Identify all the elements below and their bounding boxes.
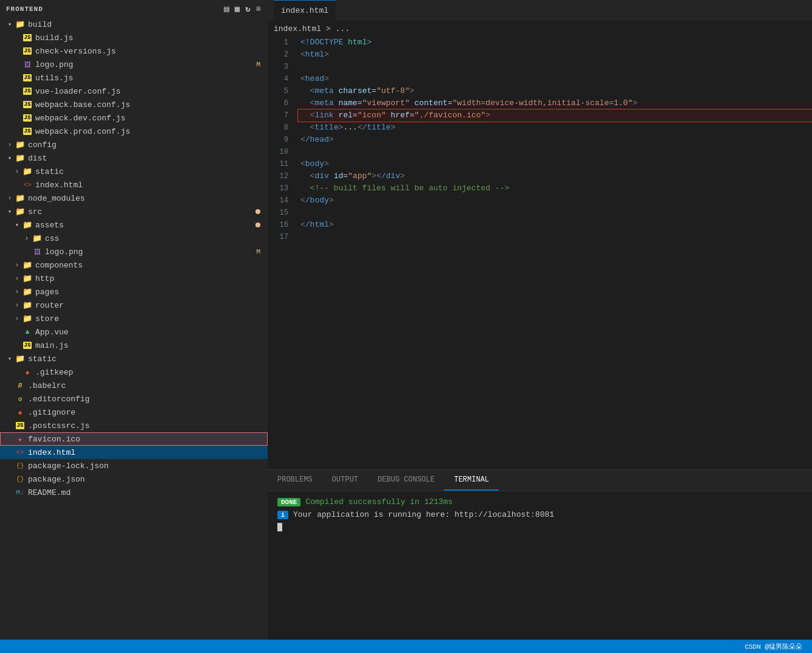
badge-info: i <box>277 511 288 519</box>
folder-open-icon: 📁 <box>15 153 26 163</box>
tree-item-App.vue[interactable]: ▲App.vue <box>0 325 268 339</box>
line-content: </html> <box>298 219 812 231</box>
tree-item-label: store <box>35 314 59 323</box>
line-number: 2 <box>268 49 298 61</box>
tree-item-main.js[interactable]: JSmain.js <box>0 339 268 352</box>
panel-tab-problems[interactable]: PROBLEMS <box>268 470 322 491</box>
tree-item-label: pages <box>35 288 59 297</box>
tree-item-README.md[interactable]: M↓README.md <box>0 486 268 499</box>
line-content: <head> <box>298 73 812 85</box>
tree-item-.babelrc[interactable]: B.babelrc <box>0 379 268 392</box>
tree-item-vue-loader.conf.js[interactable]: JSvue-loader.conf.js <box>0 85 268 98</box>
tree-item-label: package.json <box>28 475 85 484</box>
tree-item-dist[interactable]: ▾📁dist <box>0 151 268 165</box>
tree-item-.postcssrc.js[interactable]: JS.postcssrc.js <box>0 419 268 432</box>
code-line-13: 13 <!-- built files will be auto injecte… <box>268 182 812 195</box>
tree-item-label: config <box>28 140 57 150</box>
tree-item-static-dist[interactable]: ›📁static <box>0 165 268 178</box>
tree-item-package.json[interactable]: {}package.json <box>0 472 268 486</box>
tree-item-assets[interactable]: ▾📁assets <box>0 218 268 232</box>
tree-item-src[interactable]: ▾📁src <box>0 205 268 218</box>
tree-item-index.html-dist[interactable]: <>index.html <box>0 178 268 192</box>
tree-item-label: main.js <box>35 341 69 350</box>
code-line-11: 11<body> <box>268 158 812 170</box>
line-number: 3 <box>268 61 298 73</box>
badge-modified: M <box>256 61 260 68</box>
code-line-14: 14</body> <box>268 195 812 207</box>
js-icon: JS <box>22 88 33 95</box>
code-line-15: 15 <box>268 207 812 219</box>
new-folder-icon[interactable]: ▦ <box>235 4 240 14</box>
line-content: <!DOCTYPE html> <box>298 36 812 49</box>
chevron-icon: ▾ <box>5 208 15 215</box>
tree-item-http[interactable]: ›📁http <box>0 272 268 285</box>
panel-tab-output[interactable]: OUTPUT <box>322 470 368 491</box>
code-line-4: 4<head> <box>268 73 812 85</box>
tree-item-label: index.html <box>28 448 75 457</box>
tree-item-config[interactable]: ›📁config <box>0 138 268 151</box>
tree-item-webpack.base.conf.js[interactable]: JSwebpack.base.conf.js <box>0 98 268 111</box>
tree-item-package-lock.json[interactable]: {}package-lock.json <box>0 459 268 472</box>
line-number: 11 <box>268 158 298 170</box>
tree-item-logo.png[interactable]: 🖼logo.pngM <box>0 58 268 71</box>
chevron-icon: › <box>12 275 22 282</box>
folder-icon: 📁 <box>22 300 33 310</box>
line-content <box>298 146 812 158</box>
line-number: 1 <box>268 36 298 49</box>
collapse-icon[interactable]: ≡ <box>256 4 262 14</box>
tree-item-utils.js[interactable]: JSutils.js <box>0 71 268 85</box>
tree-item-node_modules[interactable]: ›📁node_modules <box>0 192 268 205</box>
line-content: <meta charset="utf-8"> <box>298 85 812 97</box>
line-content: <title>...</title> <box>298 122 812 134</box>
tree-item-webpack.prod.conf.js[interactable]: JSwebpack.prod.conf.js <box>0 125 268 138</box>
md-icon: M↓ <box>15 489 26 496</box>
tree-item-label: .gitkeep <box>35 368 73 377</box>
tree-item-store[interactable]: ›📁store <box>0 312 268 325</box>
line-number: 15 <box>268 207 298 219</box>
new-file-icon[interactable]: ▤ <box>224 4 229 14</box>
html-icon: <> <box>22 181 33 188</box>
panel-tab-terminal[interactable]: TERMINAL <box>444 470 499 491</box>
code-line-8: 8 <title>...</title> <box>268 122 812 134</box>
editor-icon: ⚙ <box>15 395 26 403</box>
js-icon: JS <box>22 342 33 349</box>
tree-item-.gitkeep[interactable]: ◆.gitkeep <box>0 365 268 379</box>
line-content: </body> <box>298 195 812 207</box>
refresh-icon[interactable]: ↻ <box>245 4 251 14</box>
editor-tab[interactable]: index.html <box>274 0 336 21</box>
code-line-5: 5 <meta charset="utf-8"> <box>268 85 812 97</box>
code-line-1: 1<!DOCTYPE html> <box>268 36 812 49</box>
line-number: 7 <box>268 109 298 122</box>
tree-item-check-versions.js[interactable]: JScheck-versions.js <box>0 44 268 58</box>
folder-open-icon: 📁 <box>15 354 26 364</box>
folder-open-icon: 📁 <box>15 207 26 216</box>
tree-item-label: http <box>35 274 54 283</box>
breadcrumb-text: index.html > ... <box>274 24 350 33</box>
tree-item-.editorconfig[interactable]: ⚙.editorconfig <box>0 392 268 406</box>
html-icon: <> <box>15 449 26 456</box>
tree-item-build.js[interactable]: JSbuild.js <box>0 31 268 44</box>
terminal-cursor <box>277 523 282 531</box>
tree-item-.gitignore[interactable]: ◆.gitignore <box>0 406 268 419</box>
tree-item-build[interactable]: ▾📁build <box>0 18 268 31</box>
tree-item-webpack.dev.conf.js[interactable]: JSwebpack.dev.conf.js <box>0 111 268 125</box>
chevron-icon: › <box>22 235 32 242</box>
editor-content: 1<!DOCTYPE html>2<html>3 4<head>5 <meta … <box>268 36 812 469</box>
tree-item-logo-src.png[interactable]: 🖼logo.pngM <box>0 245 268 258</box>
code-line-3: 3 <box>268 61 812 73</box>
tree-item-label: webpack.base.conf.js <box>35 100 130 109</box>
folder-icon: 📁 <box>22 260 33 270</box>
tree-item-static[interactable]: ▾📁static <box>0 352 268 365</box>
tree-item-components[interactable]: ›📁components <box>0 258 268 272</box>
tree-item-router[interactable]: ›📁router <box>0 299 268 312</box>
tree-item-index.html[interactable]: <>index.html <box>0 446 268 459</box>
panel-tab-debug-console[interactable]: DEBUG CONSOLE <box>368 470 445 491</box>
tree-item-pages[interactable]: ›📁pages <box>0 285 268 299</box>
badge-modified: M <box>256 248 260 255</box>
line-number: 6 <box>268 97 298 109</box>
folder-icon: 📁 <box>22 274 33 283</box>
tree-item-css[interactable]: ›📁css <box>0 232 268 245</box>
code-line-12: 12 <div id="app"></div> <box>268 170 812 182</box>
code-line-16: 16</html> <box>268 219 812 231</box>
tree-item-favicon.ico[interactable]: ★favicon.ico <box>0 432 268 446</box>
